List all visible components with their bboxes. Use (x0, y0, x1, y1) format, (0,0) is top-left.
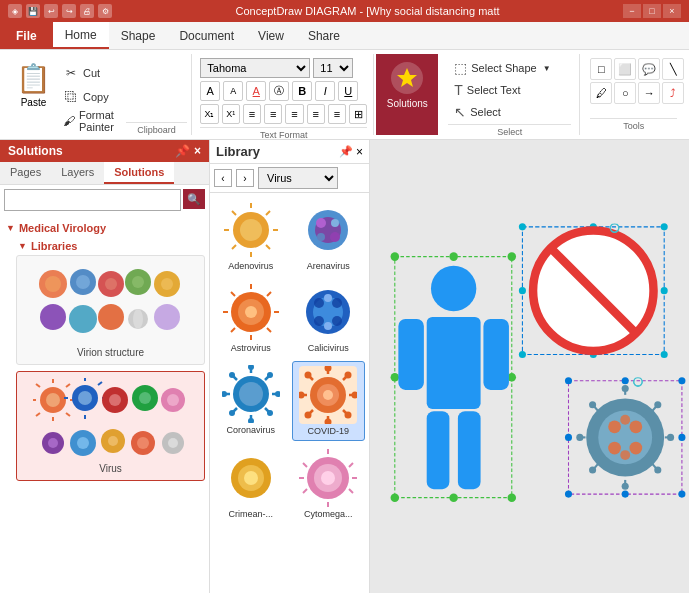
virion-structure-svg (33, 262, 188, 347)
svg-point-84 (324, 322, 332, 330)
svg-point-179 (620, 450, 630, 460)
svg-line-59 (232, 211, 236, 215)
calicivirus-img (299, 283, 357, 341)
menu-home[interactable]: Home (53, 22, 109, 49)
list-button[interactable]: ⊞ (349, 104, 367, 124)
library-pin-icon[interactable]: 📌 (339, 145, 353, 158)
cut-button[interactable]: ✂ Cut (59, 62, 122, 84)
svg-line-74 (231, 328, 235, 332)
libraries-header[interactable]: ▼ Libraries (16, 237, 205, 255)
tool-btn-1[interactable]: □ (590, 58, 612, 80)
paste-button[interactable]: 📋 Paste (8, 58, 55, 112)
panel-tab-pages[interactable]: Pages (0, 162, 51, 184)
indent-button[interactable]: ≡ (328, 104, 346, 124)
minimize-button[interactable]: − (623, 4, 641, 18)
panel-pin-icon[interactable]: 📌 (175, 144, 190, 158)
tool-btn-5[interactable]: 🖊 (590, 82, 612, 104)
redo-icon[interactable]: ↪ (62, 4, 76, 18)
library-back-button[interactable]: ‹ (214, 169, 232, 187)
panel-tab-solutions[interactable]: Solutions (104, 162, 174, 184)
coronavirus-img (222, 365, 280, 423)
adenovirus-label: Adenovirus (228, 261, 273, 271)
maximize-button[interactable]: □ (643, 4, 661, 18)
align-right-button[interactable]: ≡ (285, 104, 303, 124)
svg-rect-156 (398, 319, 424, 390)
highlight-button[interactable]: Ⓐ (269, 81, 289, 101)
tool-btn-7[interactable]: → (638, 82, 660, 104)
print-icon[interactable]: 🖨 (80, 4, 94, 18)
library-close-icon[interactable]: × (356, 145, 363, 159)
tool-btn-3[interactable]: 💬 (638, 58, 660, 80)
justify-button[interactable]: ≡ (307, 104, 325, 124)
library-item-calicivirus[interactable]: Calicivirus (292, 279, 366, 357)
library-item-crimean[interactable]: Crimean-... (214, 445, 288, 523)
virion-structure-thumbnail[interactable]: Virion structure (16, 255, 205, 365)
menu-document[interactable]: Document (167, 22, 246, 49)
svg-point-149 (391, 373, 400, 382)
settings-icon[interactable]: ⚙ (98, 4, 112, 18)
subscript-button[interactable]: X₁ (200, 104, 218, 124)
format-painter-button[interactable]: 🖌 Format Painter (59, 110, 122, 132)
menu-shape[interactable]: Shape (109, 22, 168, 49)
svg-point-142 (519, 351, 526, 358)
font-color-button[interactable]: A (246, 81, 266, 101)
tool-btn-8[interactable]: ⤴ (662, 82, 684, 104)
svg-point-68 (245, 306, 257, 318)
paste-label: Paste (21, 97, 47, 108)
select-shape-button[interactable]: ⬚ Select Shape ▼ (448, 58, 571, 78)
font-family-select[interactable]: Tahoma (200, 58, 310, 78)
library-item-adenovirus[interactable]: Adenovirus (214, 197, 288, 275)
svg-line-135 (303, 463, 307, 467)
menu-share[interactable]: Share (296, 22, 352, 49)
menu-file[interactable]: File (0, 22, 53, 49)
panel-tab-layers[interactable]: Layers (51, 162, 104, 184)
svg-point-109 (345, 372, 352, 379)
solutions-button[interactable]: Solutions (376, 54, 438, 135)
tool-btn-4[interactable]: ╲ (662, 58, 684, 80)
panel-search-button[interactable]: 🔍 (183, 189, 205, 209)
tool-btn-6[interactable]: ○ (614, 82, 636, 104)
font-shrink-button[interactable]: A (223, 81, 243, 101)
font-grow-button[interactable]: A (200, 81, 220, 101)
menu-view[interactable]: View (246, 22, 296, 49)
library-item-astrovirus[interactable]: Astrovirus (214, 279, 288, 357)
svg-point-6 (105, 278, 117, 290)
svg-point-181 (622, 385, 629, 392)
svg-line-76 (231, 292, 235, 296)
align-left-button[interactable]: ≡ (243, 104, 261, 124)
solutions-icon (391, 62, 423, 94)
tool-btn-2[interactable]: ⬜ (614, 58, 636, 80)
undo-icon[interactable]: ↩ (44, 4, 58, 18)
window-controls[interactable]: − □ × (623, 4, 681, 18)
library-item-coronavirus[interactable]: Coronavirus (214, 361, 288, 441)
select-text-button[interactable]: T Select Text (448, 80, 571, 100)
covid19-label: COVID-19 (307, 426, 349, 436)
covid19-img (299, 366, 357, 424)
library-item-covid19[interactable]: COVID-19 (292, 361, 366, 441)
canvas-area[interactable] (370, 140, 689, 593)
align-center-button[interactable]: ≡ (264, 104, 282, 124)
copy-button[interactable]: ⿻ Copy (59, 86, 122, 108)
svg-point-139 (661, 223, 668, 230)
bold-button[interactable]: B (292, 81, 312, 101)
close-button[interactable]: × (663, 4, 681, 18)
italic-button[interactable]: I (315, 81, 335, 101)
panel-search-input[interactable] (4, 189, 181, 211)
select-group-label: Select (448, 124, 571, 137)
select-button[interactable]: ↖ Select (448, 102, 571, 122)
library-dropdown[interactable]: Virus (258, 167, 338, 189)
panel-close-icon[interactable]: × (194, 144, 201, 158)
svg-point-175 (629, 420, 642, 433)
svg-point-98 (229, 410, 235, 416)
library-item-arenavirus[interactable]: Arenavirus (292, 197, 366, 275)
library-item-cytomega[interactable]: Cytomega... (292, 445, 366, 523)
underline-button[interactable]: U (338, 81, 358, 101)
svg-point-178 (620, 415, 630, 425)
superscript-button[interactable]: X¹ (222, 104, 240, 124)
svg-line-24 (36, 413, 40, 416)
font-size-select[interactable]: 11 (313, 58, 353, 78)
medical-virology-header[interactable]: ▼ Medical Virology (4, 219, 205, 237)
library-forward-button[interactable]: › (236, 169, 254, 187)
svg-point-127 (321, 471, 335, 485)
virus-thumbnail[interactable]: Virus (16, 371, 205, 481)
